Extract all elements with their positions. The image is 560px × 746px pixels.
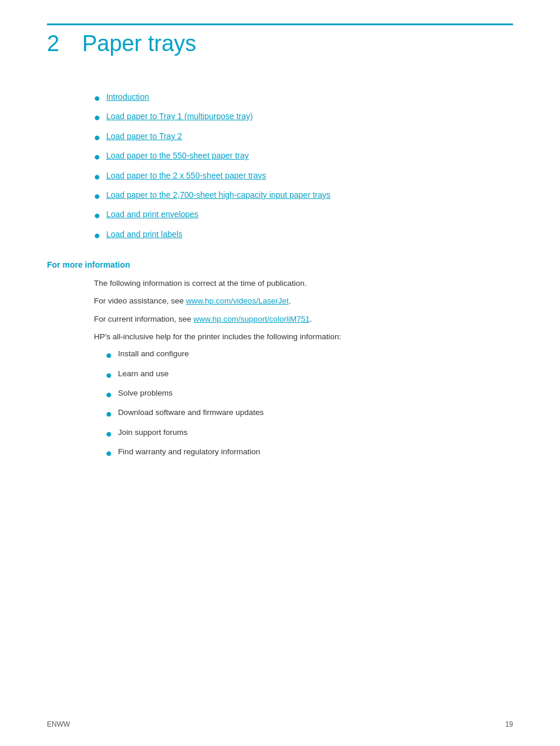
toc-link-labels[interactable]: Load and print labels	[106, 229, 183, 241]
list-item-text: Download software and firmware updates	[118, 407, 264, 418]
toc-link-envelopes[interactable]: Load and print envelopes	[106, 209, 198, 221]
top-border	[47, 23, 513, 25]
toc-link-tray2700[interactable]: Load paper to the 2,700-sheet high-capac…	[106, 190, 330, 201]
toc-link-tray2x550[interactable]: Load paper to the 2 x 550-sheet paper tr…	[106, 170, 266, 182]
footer-right: 19	[505, 720, 513, 728]
footer-left: ENWW	[47, 720, 70, 728]
paragraph-2-suffix: .	[289, 296, 291, 305]
list-item: ●Install and configure	[106, 349, 513, 362]
for-more-information-section: For more information The following infor…	[47, 260, 513, 460]
paragraph-4: HP's all-inclusive help for the printer …	[94, 331, 513, 343]
bullet-icon: ●	[94, 170, 100, 184]
toc-link-intro[interactable]: Introduction	[106, 92, 149, 103]
bullet-icon: ●	[94, 229, 100, 242]
paragraph-2: For video assistance, see www.hp.com/vid…	[94, 295, 513, 307]
paragraph-1: The following information is correct at …	[94, 278, 513, 289]
paragraph-3-prefix: For current information, see	[94, 315, 194, 323]
toc-item: ●Load paper to the 2,700-sheet high-capa…	[94, 190, 513, 203]
list-item-text: Find warranty and regulatory information	[118, 447, 260, 458]
toc-link-tray1[interactable]: Load paper to Tray 1 (multipurpose tray)	[106, 111, 253, 123]
support-link[interactable]: www.hp.com/support/colorljM751	[194, 315, 310, 323]
toc-item: ●Introduction	[94, 92, 513, 105]
toc-item: ●Load and print envelopes	[94, 209, 513, 222]
list-item-text: Join support forums	[118, 427, 188, 438]
toc-list: ●Introduction●Load paper to Tray 1 (mult…	[94, 92, 513, 242]
bullet-icon: ●	[94, 209, 100, 222]
video-link[interactable]: www.hp.com/videos/LaserJet	[186, 296, 289, 305]
list-item-text: Solve problems	[118, 388, 173, 399]
list-item: ●Join support forums	[106, 427, 513, 441]
chapter-header: 2 Paper trays	[47, 31, 513, 56]
bullet-icon: ●	[94, 131, 100, 144]
list-item-text: Install and configure	[118, 349, 189, 360]
toc-item: ●Load paper to the 550-sheet paper tray	[94, 150, 513, 164]
toc-item: ●Load paper to the 2 x 550-sheet paper t…	[94, 170, 513, 184]
bullet-icon: ●	[106, 427, 112, 441]
toc-link-tray2[interactable]: Load paper to Tray 2	[106, 131, 182, 143]
toc-item: ●Load paper to Tray 2	[94, 131, 513, 144]
paragraph-3-suffix: .	[310, 315, 312, 323]
footer: ENWW 19	[47, 720, 513, 728]
list-item-text: Learn and use	[118, 369, 168, 380]
list-item: ●Learn and use	[106, 369, 513, 382]
bullet-icon: ●	[94, 92, 100, 105]
paragraph-2-prefix: For video assistance, see	[94, 296, 186, 305]
bullet-icon: ●	[94, 111, 100, 124]
section-heading: For more information	[47, 260, 513, 269]
toc-item: ●Load paper to Tray 1 (multipurpose tray…	[94, 111, 513, 124]
bullet-icon: ●	[106, 369, 112, 382]
list-item: ●Download software and firmware updates	[106, 407, 513, 421]
toc-item: ●Load and print labels	[94, 229, 513, 242]
list-item: ●Find warranty and regulatory informatio…	[106, 447, 513, 460]
bullet-icon: ●	[106, 407, 112, 421]
bullet-icon: ●	[106, 349, 112, 362]
bullet-icon: ●	[106, 388, 112, 401]
paragraph-3: For current information, see www.hp.com/…	[94, 313, 513, 325]
inner-list: ●Install and configure●Learn and use●Sol…	[106, 349, 513, 460]
chapter-title: Paper trays	[82, 31, 196, 56]
toc-link-tray550[interactable]: Load paper to the 550-sheet paper tray	[106, 150, 249, 162]
bullet-icon: ●	[106, 447, 112, 460]
bullet-icon: ●	[94, 190, 100, 203]
chapter-number: 2	[47, 31, 70, 56]
bullet-icon: ●	[94, 150, 100, 164]
list-item: ●Solve problems	[106, 388, 513, 401]
